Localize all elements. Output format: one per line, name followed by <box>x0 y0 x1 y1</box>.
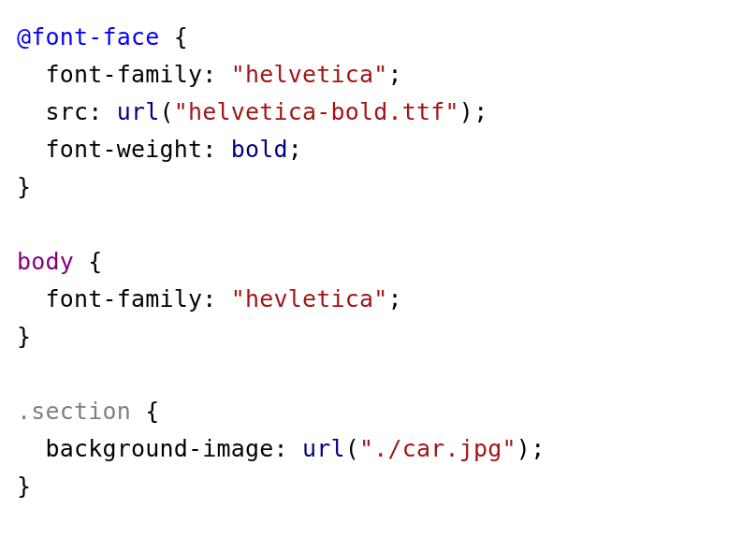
close-brace: } <box>17 173 31 200</box>
property-font-family: font-family <box>46 285 203 312</box>
open-brace: { <box>160 23 189 51</box>
indent <box>17 98 46 125</box>
property-background-image: background-image <box>46 435 274 462</box>
func-url: url <box>117 98 160 125</box>
semicolon: ; <box>531 435 545 462</box>
string-helvetica-bold: "helvetica-bold.ttf" <box>174 98 459 125</box>
colon: : <box>202 61 231 88</box>
colon: : <box>88 98 117 125</box>
func-url: url <box>302 435 345 462</box>
rparen: ) <box>516 435 531 462</box>
colon: : <box>202 285 231 312</box>
property-font-family: font-family <box>46 61 203 88</box>
colon: : <box>202 136 231 163</box>
indent <box>17 285 46 312</box>
open-brace: { <box>74 248 103 275</box>
indent <box>17 136 46 163</box>
lparen: ( <box>345 435 359 462</box>
semicolon: ; <box>388 285 402 312</box>
close-brace: } <box>17 323 31 350</box>
property-src: src <box>46 98 89 125</box>
property-font-weight: font-weight <box>46 136 203 163</box>
selector-section: .section <box>17 398 131 425</box>
close-brace: } <box>17 472 31 500</box>
colon: : <box>274 435 303 462</box>
semicolon: ; <box>288 136 302 163</box>
open-brace: { <box>131 398 160 425</box>
indent <box>17 61 46 88</box>
at-rule-font-face: @font-face <box>17 23 160 51</box>
semicolon: ; <box>473 98 487 125</box>
string-car-jpg: "./car.jpg" <box>359 435 516 462</box>
string-hevletica: "hevletica" <box>231 285 388 312</box>
indent <box>17 435 46 462</box>
rparen: ) <box>459 98 473 125</box>
semicolon: ; <box>388 61 402 88</box>
value-bold: bold <box>231 136 288 163</box>
selector-body: body <box>17 248 74 275</box>
css-code-block: @font-face { font-family: "helvetica"; s… <box>0 0 756 524</box>
string-helvetica: "helvetica" <box>231 61 388 88</box>
lparen: ( <box>160 98 174 125</box>
